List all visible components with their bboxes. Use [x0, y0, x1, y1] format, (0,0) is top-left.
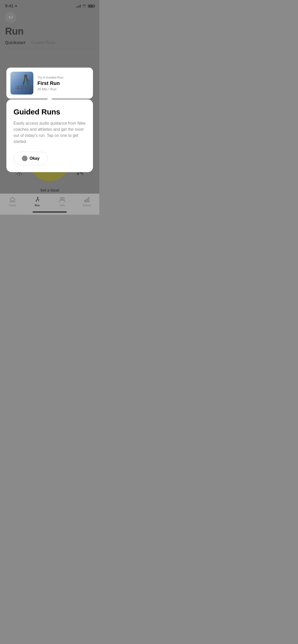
run-card-meta: 20 Min • Run: [37, 87, 89, 91]
modal-description: Easily access audio guidance from Nike c…: [13, 120, 86, 145]
run-card-image: [10, 72, 33, 95]
okay-button[interactable]: Okay: [13, 152, 48, 165]
modal-arrow: [47, 97, 53, 100]
run-card-name: First Run: [37, 80, 89, 86]
run-card-text: Try A Guided Run First Run 20 Min • Run: [37, 75, 89, 91]
modal-container: Try A Guided Run First Run 20 Min • Run …: [6, 68, 93, 172]
runner-figure-icon: [14, 72, 33, 93]
run-card-peek[interactable]: Try A Guided Run First Run 20 Min • Run: [6, 68, 93, 99]
run-card-subtitle: Try A Guided Run: [37, 75, 89, 79]
svg-point-11: [24, 75, 27, 78]
toggle-icon: [22, 156, 28, 161]
modal-title: Guided Runs: [13, 108, 86, 116]
okay-label: Okay: [30, 156, 39, 161]
modal-main: Guided Runs Easily access audio guidance…: [6, 99, 93, 172]
